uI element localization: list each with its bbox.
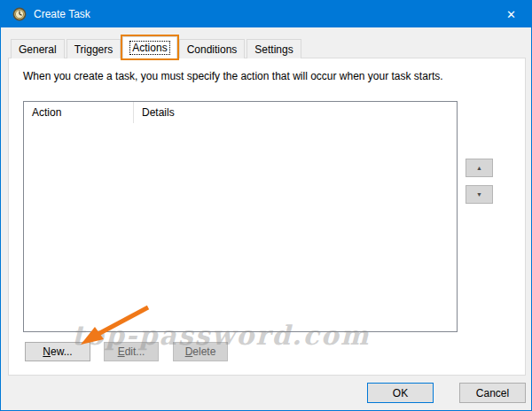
tab-general[interactable]: General: [11, 39, 65, 58]
close-button[interactable]: ✕: [491, 1, 531, 27]
tab-triggers[interactable]: Triggers: [66, 39, 121, 58]
window-title: Create Task: [34, 8, 90, 20]
cancel-button[interactable]: Cancel: [459, 383, 526, 403]
edit-button[interactable]: Edit...: [104, 342, 159, 361]
column-header-action[interactable]: Action: [24, 102, 134, 123]
new-button[interactable]: New...: [25, 342, 90, 361]
actions-tab-page: When you create a task, you must specify…: [8, 58, 526, 376]
tab-strip: General Triggers Actions Conditions Sett…: [11, 38, 303, 58]
actions-description: When you create a task, you must specify…: [23, 70, 520, 82]
task-scheduler-clock-icon: [12, 7, 27, 21]
actions-list-header: Action Details: [24, 102, 457, 123]
close-icon: ✕: [506, 8, 516, 21]
tab-settings[interactable]: Settings: [246, 39, 301, 58]
actions-list[interactable]: Action Details: [23, 101, 458, 332]
down-arrow-icon: ▼: [476, 191, 482, 198]
tab-actions[interactable]: Actions: [122, 36, 176, 58]
column-header-details[interactable]: Details: [134, 102, 457, 123]
title-bar: Create Task ✕: [1, 1, 531, 27]
delete-button[interactable]: Delete: [173, 342, 228, 361]
create-task-dialog: Create Task ✕ General Triggers Actions C…: [0, 0, 532, 411]
move-up-button[interactable]: ▲: [466, 159, 493, 177]
up-arrow-icon: ▲: [476, 165, 482, 171]
ok-button[interactable]: OK: [367, 383, 434, 403]
tab-conditions[interactable]: Conditions: [179, 39, 246, 58]
move-down-button[interactable]: ▼: [466, 185, 493, 204]
